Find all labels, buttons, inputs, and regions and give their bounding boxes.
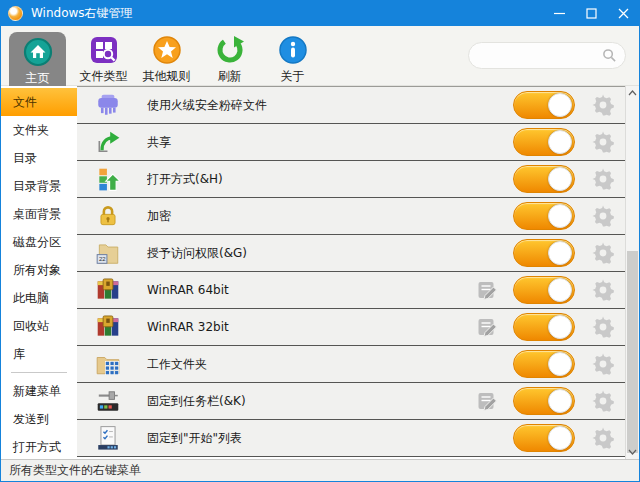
toggle-knob [548,315,572,339]
gear-icon[interactable] [591,204,615,228]
winrar-icon [95,277,121,303]
titlebar: Windows右键管理 [1,1,639,26]
toggle-switch[interactable] [513,424,575,452]
toolbar-button-refresh[interactable]: 刷新 [202,26,258,85]
list-row: 共享 [77,124,625,161]
toggle-switch[interactable] [513,128,575,156]
open-with-icon [95,166,121,192]
pin-start-icon [95,425,121,451]
row-label: 固定到"开始"列表 [147,430,475,447]
gear-icon[interactable] [591,130,615,154]
toolbar-button-label: 关于 [281,68,305,85]
window-title: Windows右键管理 [31,5,133,22]
toggle-switch[interactable] [513,165,575,193]
sidebar-item[interactable]: 目录 [1,144,77,172]
list-row: 打开方式(&H) [77,161,625,198]
toggle-knob [548,167,572,191]
edit-icon[interactable] [475,315,499,339]
toggle-switch[interactable] [513,239,575,267]
sidebar-item[interactable]: 回收站 [1,312,77,340]
row-label: 共享 [147,134,475,151]
gear-icon[interactable] [591,241,615,265]
list-row: 22授予访问权限(&G) [77,235,625,272]
gear-icon[interactable] [591,315,615,339]
close-icon[interactable] [607,1,639,26]
minimize-icon[interactable] [543,1,575,26]
grant-access-icon: 22 [95,240,121,266]
list-row: 使用火绒安全粉碎文件 [77,87,625,124]
toggle-knob [548,352,572,376]
gear-icon[interactable] [591,167,615,191]
toggle-switch[interactable] [513,276,575,304]
list-row: 固定到任务栏(&K) [77,383,625,420]
list-row: 工作文件夹 [77,346,625,383]
menu-list: 使用火绒安全粉碎文件共享打开方式(&H)加密22授予访问权限(&G)WinRAR… [77,86,625,459]
scroll-down-icon[interactable] [626,445,639,459]
toggle-switch[interactable] [513,387,575,415]
toolbar-button-file-types[interactable]: 文件类型 [76,26,132,85]
sidebar-item[interactable]: 发送到 [1,405,77,433]
toggle-knob [548,389,572,413]
scrollbar-thumb[interactable] [627,251,638,453]
row-label: 打开方式(&H) [147,171,475,188]
app-icon [8,6,23,21]
sidebar-item[interactable]: 打开方式 [1,433,77,461]
sidebar-item[interactable]: 所有对象 [1,256,77,284]
toolbar-button-label: 其他规则 [143,68,191,85]
maximize-icon[interactable] [575,1,607,26]
lock-icon [95,203,121,229]
sidebar-item[interactable]: 库 [1,340,77,368]
row-label: 授予访问权限(&G) [147,245,475,262]
sidebar-item[interactable]: 桌面背景 [1,200,77,228]
scrollbar[interactable] [625,86,639,459]
toggle-switch[interactable] [513,91,575,119]
toolbar-button-label: 文件类型 [80,68,128,85]
status-text: 所有类型文件的右键菜单 [9,462,141,479]
gear-icon[interactable] [591,352,615,376]
toggle-switch[interactable] [513,313,575,341]
refresh-icon [215,35,245,65]
about-icon [278,35,308,65]
home-icon [23,37,53,67]
gear-icon[interactable] [591,278,615,302]
toolbar-button-label: 主页 [26,70,50,87]
magnifier-icon[interactable] [602,48,617,63]
file-types-icon [89,35,119,65]
toggle-knob [548,130,572,154]
toolbar-button-home[interactable]: 主页 [9,32,66,86]
gear-icon[interactable] [591,93,615,117]
list-row: WinRAR 32bit [77,309,625,346]
sidebar-divider [11,372,67,373]
toolbar-buttons: 主页文件类型其他规则刷新关于 [1,26,324,86]
app-window: Windows右键管理 主页文件类型其他规则刷新关于 文件文件夹目录目录背景桌面… [0,0,640,482]
row-label: 使用火绒安全粉碎文件 [147,97,475,114]
sidebar-item[interactable]: 磁盘分区 [1,228,77,256]
pin-taskbar-icon [95,388,121,414]
edit-icon[interactable] [475,389,499,413]
scroll-up-icon[interactable] [626,86,639,100]
row-label: WinRAR 64bit [147,283,475,297]
statusbar: 所有类型文件的右键菜单 [1,459,639,481]
toolbar-button-other-rules[interactable]: 其他规则 [139,26,195,85]
edit-icon[interactable] [475,278,499,302]
shredder-icon [95,92,121,118]
row-label: 工作文件夹 [147,356,475,373]
sidebar-item[interactable]: 文件夹 [1,116,77,144]
sidebar-item[interactable]: 文件 [1,88,77,116]
sidebar-item[interactable]: 此电脑 [1,284,77,312]
sidebar-item[interactable]: 目录背景 [1,172,77,200]
toggle-knob [548,241,572,265]
list-row: WinRAR 64bit [77,272,625,309]
gear-icon[interactable] [591,389,615,413]
share-icon [95,129,121,155]
gear-icon[interactable] [591,426,615,450]
toggle-knob [548,426,572,450]
toolbar-button-about[interactable]: 关于 [265,26,321,85]
svg-text:22: 22 [99,256,106,262]
list-row: 固定到"开始"列表 [77,420,625,457]
row-label: 加密 [147,208,475,225]
toggle-switch[interactable] [513,350,575,378]
sidebar-item[interactable]: 新建菜单 [1,377,77,405]
toggle-switch[interactable] [513,202,575,230]
search-box [468,42,626,69]
